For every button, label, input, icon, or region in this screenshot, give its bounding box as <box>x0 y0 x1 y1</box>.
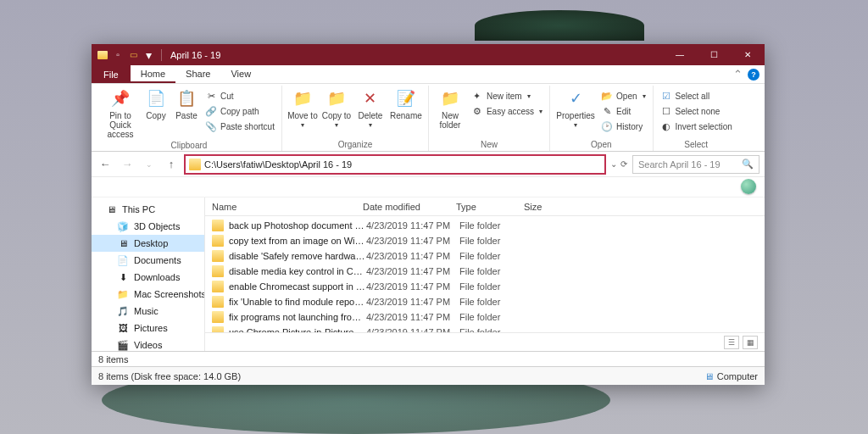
maximize-button[interactable]: ☐ <box>697 44 731 65</box>
folder-icon <box>212 235 224 247</box>
open-button[interactable]: 📂Open▾ <box>599 89 647 103</box>
refresh-button[interactable]: ⟳ <box>620 159 627 169</box>
file-view: Name Date modified Type Size back up Pho… <box>205 198 765 351</box>
nav-item[interactable]: 🎵Music <box>92 303 204 320</box>
file-date: 4/23/2019 11:47 PM <box>366 281 459 292</box>
col-name[interactable]: Name <box>212 202 363 212</box>
tab-view[interactable]: View <box>220 65 261 83</box>
pc-icon: 🖥 <box>105 203 117 215</box>
copy-button[interactable]: 📄Copy <box>142 87 170 120</box>
cut-button[interactable]: ✂Cut <box>203 89 276 103</box>
rename-button[interactable]: 📝Rename <box>389 87 423 120</box>
nav-item[interactable]: 🎬Videos <box>92 337 204 351</box>
folder-icon <box>212 220 224 231</box>
move-to-button[interactable]: 📁Move to▾ <box>287 87 318 130</box>
col-size[interactable]: Size <box>524 202 575 212</box>
history-icon: 🕑 <box>601 120 613 132</box>
tab-share[interactable]: Share <box>175 65 220 83</box>
nav-item[interactable]: 🖥Desktop <box>92 235 204 252</box>
file-type: File folder <box>459 236 527 246</box>
props-icon[interactable]: ▭ <box>127 49 139 61</box>
history-button[interactable]: 🕑History <box>599 120 647 133</box>
shell-extension-icon[interactable] <box>741 179 756 194</box>
paste-icon: 📋 <box>175 89 198 109</box>
column-headers[interactable]: Name Date modified Type Size <box>205 198 765 216</box>
select-all-button[interactable]: ☑Select all <box>659 89 734 103</box>
titlebar[interactable]: ▫ ▭ ▾ April 16 - 19 — ☐ ✕ <box>92 44 765 65</box>
nav-item-icon: 🖥 <box>117 237 129 249</box>
help-icon[interactable]: ? <box>748 69 760 81</box>
file-row[interactable]: copy text from an image on Windows 104/2… <box>205 233 765 248</box>
easy-access-button[interactable]: ⚙Easy access▾ <box>470 104 544 118</box>
copyto-icon: 📁 <box>325 89 348 109</box>
computer-label: Computer <box>717 371 758 381</box>
file-type: File folder <box>459 251 527 261</box>
file-type: File folder <box>459 312 527 322</box>
new-item-button[interactable]: ✦New item▾ <box>470 89 544 103</box>
icons-view-button[interactable]: ▦ <box>743 336 758 349</box>
folder-icon <box>212 296 224 308</box>
paste-shortcut-button[interactable]: 📎Paste shortcut <box>203 120 276 133</box>
close-button[interactable]: ✕ <box>731 44 765 65</box>
new-folder-button[interactable]: 📁New folder <box>434 87 466 130</box>
file-row[interactable]: disable media key control in Chrome4/23/… <box>205 264 765 279</box>
search-input[interactable]: Search April 16 - 19 🔍 <box>632 155 760 174</box>
status-bar: 8 items <box>92 351 765 366</box>
copypath-icon: 🔗 <box>205 105 217 117</box>
forward-button[interactable]: → <box>119 156 136 173</box>
folder-icon <box>212 250 224 262</box>
file-menu[interactable]: File <box>92 65 131 83</box>
navigation-pane[interactable]: 🖥This PC 🧊3D Objects🖥Desktop📄Documents⬇D… <box>92 198 205 351</box>
invert-selection-button[interactable]: ◐Invert selection <box>659 120 734 133</box>
minimize-button[interactable]: — <box>663 44 697 65</box>
file-row[interactable]: back up Photoshop document presets4/23/2… <box>205 218 765 233</box>
file-row[interactable]: fix programs not launching from Windo...… <box>205 309 765 325</box>
nav-item[interactable]: ⬇Downloads <box>92 269 204 286</box>
nav-item-icon: 📄 <box>117 254 129 266</box>
copy-to-button[interactable]: 📁Copy to▾ <box>321 87 352 130</box>
nav-item[interactable]: 📁Mac Screenshots <box>92 286 204 303</box>
file-row[interactable]: use Chrome Picture-in-Picture mode for .… <box>205 325 765 332</box>
select-none-button[interactable]: ☐Select none <box>659 104 734 118</box>
file-row[interactable]: disable 'Safely remove hardware' feature… <box>205 248 765 264</box>
col-type[interactable]: Type <box>456 202 524 212</box>
edit-button[interactable]: ✎Edit <box>599 104 647 118</box>
dropdown-icon[interactable]: ▾ <box>142 49 154 61</box>
delete-icon: ✕ <box>359 89 382 109</box>
edit-icon: ✎ <box>601 105 613 117</box>
details-view-button[interactable]: ☰ <box>724 336 739 349</box>
ribbon: 📌Pin to Quick access 📄Copy 📋Paste ✂Cut 🔗… <box>92 84 765 152</box>
delete-button[interactable]: ✕Delete▾ <box>355 87 386 130</box>
pin-quickaccess-button[interactable]: 📌Pin to Quick access <box>102 87 139 139</box>
copy-icon: 📄 <box>144 89 168 109</box>
back-button[interactable]: ← <box>97 156 114 173</box>
file-name: fix 'Unable to find module repositories'… <box>229 297 366 307</box>
window-title: April 16 - 19 <box>170 50 220 60</box>
file-row[interactable]: fix 'Unable to find module repositories'… <box>205 294 765 309</box>
status-bar-2: 8 items (Disk free space: 14.0 GB) 🖥 Com… <box>92 366 765 385</box>
address-dropdown-icon[interactable]: ⌄ <box>610 159 617 169</box>
col-date[interactable]: Date modified <box>363 202 456 212</box>
nav-item[interactable]: 🖼Pictures <box>92 320 204 337</box>
nav-item[interactable]: 📄Documents <box>92 252 204 269</box>
open-icon: 📂 <box>601 90 613 102</box>
invert-icon: ◐ <box>660 120 672 132</box>
file-list[interactable]: back up Photoshop document presets4/23/2… <box>205 216 765 332</box>
folder-icon <box>212 326 224 332</box>
nav-item-label: Music <box>134 306 159 316</box>
copy-path-button[interactable]: 🔗Copy path <box>203 104 276 118</box>
tab-home[interactable]: Home <box>131 65 175 83</box>
paste-button[interactable]: 📋Paste <box>173 87 200 120</box>
rename-icon: 📝 <box>394 89 418 109</box>
file-row[interactable]: enable Chromecast support in Chromiu...4… <box>205 279 765 294</box>
nav-item[interactable]: 🧊3D Objects <box>92 218 204 235</box>
properties-button[interactable]: ✓Properties▾ <box>555 87 596 130</box>
up-button[interactable]: ↑ <box>163 156 180 173</box>
recent-dropdown[interactable]: ⌄ <box>141 156 158 173</box>
group-organize-label: Organize <box>338 138 373 151</box>
address-bar[interactable]: C:\Users\fatiw\Desktop\April 16 - 19 <box>185 155 605 174</box>
selectnone-icon: ☐ <box>660 105 672 117</box>
nav-this-pc[interactable]: 🖥This PC <box>92 201 204 218</box>
ribbon-collapse-icon[interactable]: ⌃ <box>733 68 743 81</box>
qa-icon[interactable]: ▫ <box>112 49 124 61</box>
